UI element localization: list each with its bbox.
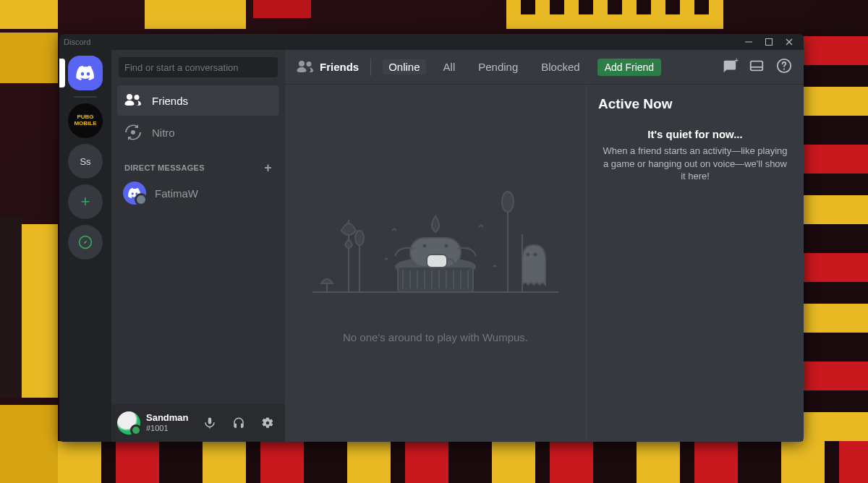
inbox-button[interactable]: [749, 58, 765, 77]
plus-icon: +: [81, 192, 90, 211]
server-pubg[interactable]: PUBG MOBILE: [68, 103, 103, 138]
inbox-icon: [749, 58, 765, 74]
sidebar-item-label: Nitro: [152, 127, 175, 139]
selection-pill: [59, 59, 65, 87]
tab-online[interactable]: Online: [383, 59, 425, 74]
user-info[interactable]: Sandman #1001: [146, 413, 192, 433]
active-now-header: Active Now: [595, 96, 795, 112]
svg-point-21: [534, 253, 537, 256]
user-tag: #1001: [146, 424, 192, 433]
svg-rect-4: [751, 66, 763, 67]
search-placeholder: Find or start a conversation: [124, 62, 239, 73]
explore-servers-button[interactable]: [68, 225, 103, 260]
main-panel: Friends Online All Pending Blocked Add F…: [285, 50, 804, 442]
create-dm-button[interactable]: +: [264, 161, 272, 174]
plus-badge-icon: +: [734, 56, 739, 64]
titlebar: Discord: [59, 34, 804, 50]
server-ss[interactable]: Ss: [68, 144, 103, 179]
topbar-separator: [370, 59, 371, 76]
server-rail: PUBG MOBILE Ss +: [59, 50, 111, 442]
tab-pending[interactable]: Pending: [472, 59, 524, 74]
window-minimize-button[interactable]: [739, 34, 759, 50]
svg-point-11: [423, 244, 426, 247]
close-icon: [785, 38, 793, 46]
dm-name: FatimaW: [155, 187, 198, 200]
help-button[interactable]: [776, 58, 792, 77]
sidebar-item-friends[interactable]: Friends: [117, 85, 279, 116]
svg-rect-0: [745, 42, 752, 43]
user-name: Sandman: [146, 413, 192, 424]
svg-point-20: [527, 253, 529, 256]
friends-icon: [124, 92, 142, 109]
deafen-button[interactable]: [227, 411, 250, 435]
svg-point-16: [355, 231, 364, 245]
window-title: Discord: [64, 38, 90, 46]
user-avatar[interactable]: [117, 411, 140, 435]
user-settings-button[interactable]: [256, 411, 279, 435]
channel-sidebar: Find or start a conversation Friends Nit…: [111, 50, 285, 442]
minimize-icon: [744, 38, 753, 46]
home-button[interactable]: [68, 56, 103, 90]
user-panel: Sandman #1001: [111, 404, 285, 442]
tab-all[interactable]: All: [438, 59, 461, 74]
window-maximize-button[interactable]: [759, 34, 779, 50]
topbar-title: Friends: [297, 59, 359, 76]
discord-logo-icon: [75, 66, 95, 80]
nitro-icon: [124, 124, 142, 141]
mute-button[interactable]: [198, 411, 221, 435]
tab-blocked[interactable]: Blocked: [535, 59, 585, 74]
active-now-panel: Active Now It's quiet for now... When a …: [587, 85, 804, 442]
svg-point-18: [502, 192, 514, 212]
sidebar-item-label: Friends: [152, 95, 188, 107]
dm-item[interactable]: FatimaW: [117, 178, 279, 208]
new-group-dm-button[interactable]: +: [721, 58, 737, 77]
svg-rect-1: [766, 39, 773, 46]
svg-rect-3: [751, 61, 763, 70]
svg-rect-13: [427, 255, 447, 268]
help-icon: [776, 58, 792, 74]
window-close-button[interactable]: [779, 34, 799, 50]
svg-rect-9: [398, 267, 473, 292]
maximize-icon: [765, 38, 773, 46]
dm-header-label: DIRECT MESSAGES: [124, 163, 205, 172]
svg-point-6: [783, 68, 785, 69]
gear-icon: [261, 416, 274, 429]
active-now-body: When a friend starts an activity—like pl…: [595, 145, 795, 183]
empty-state-text: No one's around to play with Wumpus.: [343, 331, 528, 343]
empty-state: No one's around to play with Wumpus.: [285, 85, 587, 442]
rail-separator: [74, 96, 97, 98]
dm-header: DIRECT MESSAGES +: [111, 148, 285, 177]
compass-icon: [78, 235, 93, 249]
wumpus-illustration: [305, 162, 566, 307]
friends-icon: [297, 59, 314, 76]
discord-window: Discord PUBG MOBILE Ss +: [59, 34, 804, 442]
topbar: Friends Online All Pending Blocked Add F…: [285, 50, 804, 85]
headphones-icon: [232, 416, 245, 429]
add-server-button[interactable]: +: [68, 184, 103, 219]
add-friend-button[interactable]: Add Friend: [597, 59, 661, 76]
status-offline-icon: [135, 193, 148, 206]
topbar-title-label: Friends: [320, 61, 359, 73]
search-input[interactable]: Find or start a conversation: [119, 57, 278, 77]
microphone-icon: [203, 416, 216, 429]
status-online-icon: [130, 424, 142, 436]
sidebar-item-nitro[interactable]: Nitro: [117, 117, 279, 148]
active-now-title: It's quiet for now...: [595, 128, 795, 140]
avatar: [123, 181, 146, 205]
svg-point-12: [445, 244, 448, 247]
